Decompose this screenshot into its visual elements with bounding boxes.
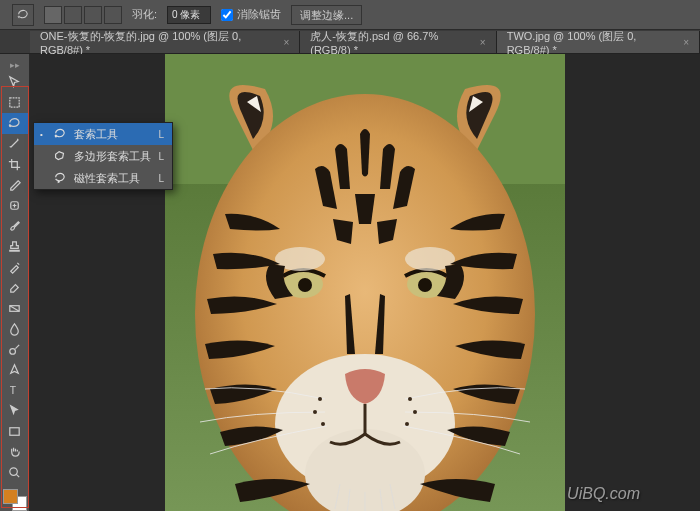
svg-point-17 xyxy=(318,397,322,401)
tab-label: TWO.jpg @ 100% (图层 0, RGB/8#) * xyxy=(507,29,677,56)
zoom-tool[interactable] xyxy=(2,462,28,483)
path-select-tool[interactable] xyxy=(2,401,28,422)
svg-point-19 xyxy=(321,422,325,426)
watermark: UiBQ.com xyxy=(567,485,640,503)
mag-lasso-icon xyxy=(52,171,68,185)
tab-label: 虎人-恢复的.psd @ 66.7%(RGB/8) * xyxy=(310,29,474,56)
crop-tool[interactable] xyxy=(2,154,28,175)
antialias-check-input[interactable] xyxy=(221,9,233,21)
svg-text:T: T xyxy=(10,385,17,396)
antialias-checkbox[interactable]: 消除锯齿 xyxy=(221,7,281,22)
lasso-flyout-menu: • 套索工具 L 多边形套索工具 L 磁性套索工具 L xyxy=(33,122,173,190)
tab-one[interactable]: ONE-恢复的-恢复的.jpg @ 100% (图层 0, RGB/8#) * … xyxy=(30,31,300,53)
tab-label: ONE-恢复的-恢复的.jpg @ 100% (图层 0, RGB/8#) * xyxy=(40,29,277,56)
workspace: ▸▸ T • 套索工具 L xyxy=(0,54,700,511)
svg-point-18 xyxy=(313,410,317,414)
flyout-label: 多边形套索工具 xyxy=(74,149,152,164)
brush-tool[interactable] xyxy=(2,216,28,237)
dodge-tool[interactable] xyxy=(2,339,28,360)
flyout-shortcut: L xyxy=(158,129,164,140)
feather-label: 羽化: xyxy=(132,7,157,22)
gradient-tool[interactable] xyxy=(2,298,28,319)
svg-point-3 xyxy=(10,348,16,354)
mode-add-icon[interactable] xyxy=(64,6,82,24)
mode-intersect-icon[interactable] xyxy=(104,6,122,24)
svg-point-14 xyxy=(418,278,432,292)
svg-point-13 xyxy=(298,278,312,292)
svg-rect-5 xyxy=(10,428,19,436)
feather-input[interactable] xyxy=(167,6,211,24)
mode-new-icon[interactable] xyxy=(44,6,62,24)
close-icon[interactable]: × xyxy=(480,37,486,48)
selection-mode-icons[interactable] xyxy=(44,6,122,24)
foreground-color-swatch[interactable] xyxy=(3,489,18,504)
eyedropper-tool[interactable] xyxy=(2,175,28,196)
flyout-shortcut: L xyxy=(158,151,164,162)
lasso-icon xyxy=(52,127,68,141)
flyout-mag-lasso[interactable]: 磁性套索工具 L xyxy=(34,167,172,189)
flyout-shortcut: L xyxy=(158,173,164,184)
lasso-tool[interactable] xyxy=(2,113,28,134)
lasso-icon xyxy=(16,8,30,22)
blur-tool[interactable] xyxy=(2,318,28,339)
healing-tool[interactable] xyxy=(2,195,28,216)
move-tool[interactable] xyxy=(2,72,28,93)
refine-edge-button[interactable]: 调整边缘... xyxy=(291,5,362,25)
svg-rect-0 xyxy=(10,98,19,107)
flyout-lasso[interactable]: • 套索工具 L xyxy=(34,123,172,145)
eraser-tool[interactable] xyxy=(2,277,28,298)
hand-tool[interactable] xyxy=(2,442,28,463)
svg-point-20 xyxy=(408,397,412,401)
stamp-tool[interactable] xyxy=(2,236,28,257)
poly-lasso-icon xyxy=(52,149,68,163)
svg-point-21 xyxy=(413,410,417,414)
tools-panel: ▸▸ T xyxy=(0,54,30,511)
color-swatches[interactable] xyxy=(3,489,27,511)
svg-point-6 xyxy=(10,468,18,476)
marquee-tool[interactable] xyxy=(2,93,28,114)
document-tabs: ONE-恢复的-恢复的.jpg @ 100% (图层 0, RGB/8#) * … xyxy=(0,30,700,54)
selected-dot-icon: • xyxy=(40,130,46,139)
type-tool[interactable]: T xyxy=(2,380,28,401)
close-icon[interactable]: × xyxy=(283,37,289,48)
close-icon[interactable]: × xyxy=(683,37,689,48)
mode-sub-icon[interactable] xyxy=(84,6,102,24)
panel-grip[interactable]: ▸▸ xyxy=(0,58,29,72)
flyout-poly-lasso[interactable]: 多边形套索工具 L xyxy=(34,145,172,167)
options-bar: 羽化: 消除锯齿 调整边缘... xyxy=(0,0,700,30)
tab-tiger-person[interactable]: 虎人-恢复的.psd @ 66.7%(RGB/8) * × xyxy=(300,31,496,53)
svg-point-22 xyxy=(405,422,409,426)
rectangle-tool[interactable] xyxy=(2,421,28,442)
pen-tool[interactable] xyxy=(2,359,28,380)
antialias-label: 消除锯齿 xyxy=(237,7,281,22)
flyout-label: 磁性套索工具 xyxy=(74,171,152,186)
canvas-image xyxy=(165,54,565,511)
tiger-image xyxy=(165,54,565,511)
history-brush-tool[interactable] xyxy=(2,257,28,278)
flyout-label: 套索工具 xyxy=(74,127,152,142)
tool-preset-button[interactable] xyxy=(12,4,34,26)
wand-tool[interactable] xyxy=(2,134,28,155)
tab-two[interactable]: TWO.jpg @ 100% (图层 0, RGB/8#) * × xyxy=(497,31,700,53)
